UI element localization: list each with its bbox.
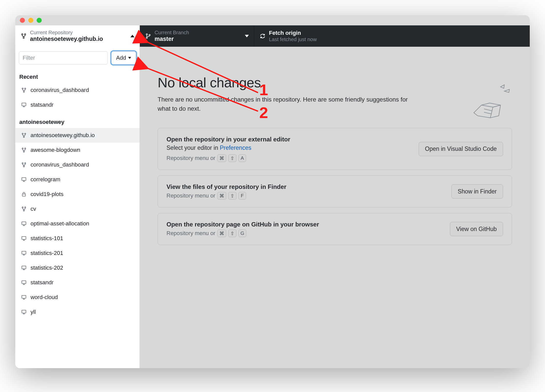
svg-point-7	[25, 88, 26, 89]
filter-input[interactable]	[19, 51, 108, 64]
repo-name: cv	[31, 206, 36, 212]
repo-label: Current Repository	[30, 29, 103, 36]
svg-point-16	[22, 163, 23, 164]
section-header: Recent	[15, 67, 140, 83]
toolbar: Current Repository antoinesoetewey.githu…	[15, 25, 530, 47]
repo-list-item[interactable]: statistics-101	[15, 231, 140, 246]
repo-name: optimal-asset-allocation	[31, 220, 89, 227]
svg-point-22	[25, 207, 26, 208]
current-branch-selector[interactable]: Current Branch master	[140, 25, 254, 47]
svg-rect-24	[22, 222, 26, 225]
repo-list-item[interactable]: covid19-plots	[15, 187, 140, 202]
repo-list-item[interactable]: word-cloud	[15, 290, 140, 305]
desktop-icon	[21, 236, 27, 241]
repo-list-item[interactable]: statsandr	[15, 275, 140, 290]
add-repository-button[interactable]: Add	[111, 51, 136, 64]
svg-point-10	[22, 133, 23, 135]
svg-point-15	[23, 151, 25, 152]
repo-name: yll	[31, 309, 36, 315]
git-fork-icon	[21, 147, 27, 153]
svg-point-6	[22, 88, 23, 89]
branch-label: Current Branch	[155, 29, 189, 36]
svg-rect-25	[22, 237, 26, 239]
repo-list-item[interactable]: statsandr	[15, 97, 140, 112]
git-fork-icon	[21, 87, 27, 93]
repo-list-item[interactable]: antoinesoetewey.github.io	[15, 128, 140, 143]
svg-point-14	[25, 148, 26, 149]
desktop-icon	[21, 102, 27, 107]
svg-point-21	[22, 207, 23, 208]
window-maximize-button[interactable]	[37, 18, 42, 23]
svg-point-17	[25, 163, 26, 164]
fetch-origin-button[interactable]: Fetch origin Last fetched just now	[254, 25, 530, 47]
desktop-icon	[21, 265, 27, 270]
section-header: antoinesoetewey	[15, 112, 140, 128]
fetch-value: Last fetched just now	[269, 36, 317, 42]
repo-list-item[interactable]: statistics-201	[15, 246, 140, 260]
git-fork-icon	[21, 162, 27, 168]
main-area: No local changes There are no uncommitte…	[140, 47, 530, 368]
repo-name: statistics-101	[31, 235, 63, 242]
desktop-icon	[21, 221, 27, 226]
svg-point-3	[146, 34, 147, 35]
svg-rect-9	[22, 103, 26, 106]
dim-overlay	[140, 47, 530, 368]
branch-value: master	[155, 36, 189, 43]
titlebar	[15, 15, 530, 25]
repo-name: awesome-blogdown	[31, 147, 80, 153]
desktop-icon	[21, 309, 27, 315]
repo-list-item[interactable]: yll	[15, 305, 140, 319]
svg-rect-19	[22, 178, 26, 181]
svg-rect-26	[22, 251, 26, 254]
repo-name: antoinesoetewey.github.io	[31, 132, 95, 139]
svg-rect-29	[22, 296, 26, 298]
desktop-icon	[21, 177, 27, 182]
desktop-icon	[21, 251, 27, 256]
window-close-button[interactable]	[20, 18, 25, 23]
git-branch-icon	[145, 33, 152, 39]
repo-name: statsandr	[31, 102, 54, 108]
repo-list-item[interactable]: coronavirus_dashboard	[15, 157, 140, 172]
repo-name: statsandr	[31, 279, 54, 286]
git-fork-icon	[21, 206, 27, 212]
svg-point-1	[24, 34, 26, 35]
body: Add Recentcoronavirus_dashboardstatsandr…	[15, 47, 530, 368]
svg-point-2	[23, 37, 24, 38]
repo-name: coronavirus_dashboard	[31, 87, 89, 93]
repo-name: word-cloud	[31, 294, 58, 301]
repository-sidebar: Add Recentcoronavirus_dashboardstatsandr…	[15, 47, 140, 368]
svg-point-18	[23, 166, 25, 167]
repo-list-item[interactable]: statistics-202	[15, 260, 140, 275]
svg-point-12	[23, 136, 25, 138]
svg-point-8	[23, 91, 25, 92]
add-label: Add	[116, 55, 126, 61]
window-minimize-button[interactable]	[28, 18, 33, 23]
desktop-icon	[21, 280, 27, 285]
sync-icon	[259, 33, 266, 39]
chevron-down-icon	[128, 57, 131, 59]
repo-name: coronavirus_dashboard	[31, 161, 89, 168]
repo-value: antoinesoetewey.github.io	[30, 36, 103, 43]
svg-rect-27	[22, 266, 26, 269]
repo-name: statistics-202	[31, 265, 63, 271]
repo-name: correlogram	[31, 176, 60, 183]
repo-list-item[interactable]: coronavirus_dashboard	[15, 83, 140, 97]
lock-icon	[21, 191, 27, 197]
chevron-down-icon	[245, 35, 249, 37]
repo-list-item[interactable]: correlogram	[15, 172, 140, 187]
repo-list-item[interactable]: cv	[15, 202, 140, 216]
svg-point-0	[22, 34, 23, 35]
svg-point-11	[25, 133, 26, 135]
desktop-icon	[21, 295, 27, 300]
repo-list-item[interactable]: optimal-asset-allocation	[15, 216, 140, 231]
git-fork-icon	[20, 33, 27, 39]
app-window: Current Repository antoinesoetewey.githu…	[15, 15, 530, 368]
svg-rect-28	[22, 281, 26, 284]
svg-point-13	[22, 148, 23, 149]
git-fork-icon	[21, 133, 27, 138]
svg-rect-20	[22, 194, 26, 196]
repo-name: covid19-plots	[31, 191, 64, 198]
svg-point-5	[146, 37, 147, 38]
current-repository-selector[interactable]: Current Repository antoinesoetewey.githu…	[15, 25, 140, 47]
repo-list-item[interactable]: awesome-blogdown	[15, 143, 140, 157]
